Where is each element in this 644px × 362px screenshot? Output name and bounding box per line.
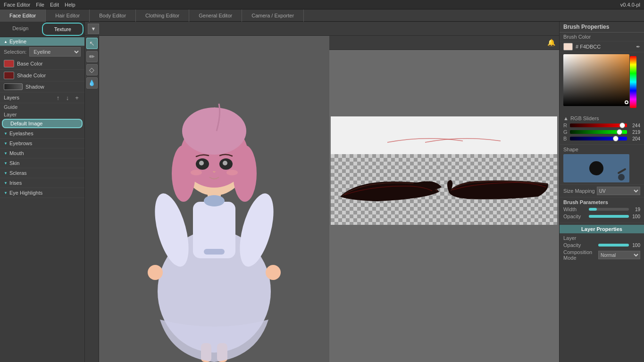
menu-edit-item[interactable]: Edit <box>50 2 59 8</box>
version-label: v0.4.0-pl <box>620 2 640 8</box>
hue-slider[interactable] <box>630 56 636 108</box>
g-value: 219 <box>629 130 640 135</box>
opacity-slider[interactable] <box>589 215 629 218</box>
layer-opacity-slider[interactable] <box>598 244 629 247</box>
layer-props-section: Layer Properties Layer Opacity 100 Compo… <box>560 223 644 264</box>
menu-bar: Face Editor File Edit Help v0.4.0-pl <box>0 0 644 9</box>
viewport-arrow-button[interactable]: ▼ <box>88 24 99 34</box>
b-slider-thumb[interactable] <box>613 136 619 141</box>
b-value: 204 <box>629 136 640 141</box>
menu-file[interactable]: Face Editor <box>4 2 30 8</box>
g-slider-row: G 219 <box>563 129 640 135</box>
g-slider-track[interactable] <box>570 130 627 134</box>
right-eyeline-svg <box>444 154 557 225</box>
svg-point-18 <box>204 195 225 206</box>
layer-add-button[interactable]: + <box>73 94 81 101</box>
selection-row: Selection: Eyeline <box>0 46 84 58</box>
r-slider-row: R 244 <box>563 123 640 128</box>
notify-icon: 🔔 <box>547 39 555 46</box>
r-slider-thumb[interactable] <box>619 123 625 128</box>
category-mouth[interactable]: ▼ Mouth <box>0 148 84 158</box>
width-slider-fill <box>589 208 597 211</box>
shade-color-swatch[interactable] <box>4 72 14 79</box>
opacity-label: Opacity <box>563 214 587 219</box>
tri-icon: ▼ <box>4 181 8 185</box>
viewport-texture[interactable]: 🔔 <box>329 36 560 362</box>
tri-icon: ▼ <box>4 132 8 136</box>
width-value: 19 <box>631 207 640 212</box>
tab-face-editor[interactable]: Face Editor <box>0 9 46 22</box>
composition-mode-row: Composition Mode Normal <box>563 249 640 261</box>
category-scleras[interactable]: ▼ Scleras <box>0 168 84 178</box>
tab-clothing-editor[interactable]: Clothing Editor <box>136 9 189 22</box>
brush-shape-line <box>617 168 626 174</box>
category-eyelashes[interactable]: ▼ Eyelashes <box>0 129 84 139</box>
tab-body-editor[interactable]: Body Editor <box>90 9 136 22</box>
b-slider-track[interactable] <box>570 137 627 140</box>
category-skin[interactable]: ▼ Skin <box>0 158 84 168</box>
category-eye-highlights[interactable]: ▼ Eye Highlights <box>0 188 84 198</box>
menu-file-item[interactable]: File <box>36 2 44 8</box>
eyedropper-icon[interactable]: ✒ <box>636 44 640 50</box>
default-image-layer-item[interactable]: Default Image <box>2 119 83 128</box>
eyeline-texture-hint <box>331 116 557 154</box>
svg-point-15 <box>223 161 227 165</box>
layer-up-button[interactable]: ↑ <box>54 94 62 101</box>
svg-point-5 <box>266 265 281 280</box>
brush-color-row: Brush Color <box>560 33 644 41</box>
center-area: ▼ ↖ ✏ ◇ 💧 <box>85 22 559 362</box>
composition-mode-label: Composition Mode <box>563 249 596 261</box>
brush-tool-button[interactable]: ✏ <box>86 51 98 62</box>
opacity-slider-fill <box>589 215 629 218</box>
brush-color-swatch[interactable] <box>563 43 573 50</box>
layer-item[interactable]: Layer <box>0 111 84 118</box>
tab-hair-editor[interactable]: Hair Editor <box>46 9 90 22</box>
width-row: Width 19 <box>563 206 640 212</box>
section-triangle-icon: ▲ <box>4 40 8 44</box>
size-mapping-dropdown[interactable]: UV <box>597 187 640 195</box>
brush-properties-title: Brush Properties <box>560 22 644 33</box>
viewport-toolbar: ▼ <box>85 22 559 36</box>
size-mapping-section: Size Mapping UV <box>560 185 644 197</box>
menu-help-item[interactable]: Help <box>65 2 75 8</box>
size-mapping-row: Size Mapping UV <box>563 187 640 195</box>
guide-layer-item[interactable]: Guide <box>0 103 84 111</box>
base-color-row: Base Color <box>0 58 84 70</box>
dropper-tool-button[interactable]: 💧 <box>86 77 98 89</box>
tab-camera-exporter[interactable]: Camera / Exporter <box>242 9 304 22</box>
select-tool-button[interactable]: ↖ <box>86 38 98 49</box>
width-slider[interactable] <box>589 208 629 211</box>
size-mapping-label: Size Mapping <box>563 188 595 194</box>
opacity-value: 100 <box>631 214 640 219</box>
eraser-tool-button[interactable]: ◇ <box>86 64 98 75</box>
base-color-swatch[interactable] <box>4 60 14 67</box>
texture-tab[interactable]: Texture <box>42 23 84 36</box>
category-irises[interactable]: ▼ Irises <box>0 178 84 188</box>
color-gradient-area[interactable] <box>560 52 644 114</box>
texture-lower-area <box>331 225 557 296</box>
r-slider-track[interactable] <box>570 123 627 127</box>
brush-params-section: Brush Parameters Width 19 Opacity 100 <box>560 197 644 223</box>
color-cursor[interactable] <box>625 100 628 104</box>
layer-opacity-label: Opacity <box>563 242 596 248</box>
layer-props-title: Layer Properties <box>560 225 644 233</box>
shape-header: Shape <box>563 147 640 152</box>
viewport-3d[interactable] <box>99 36 329 362</box>
shape-preview <box>563 154 629 182</box>
selection-dropdown[interactable]: Eyeline <box>29 47 81 57</box>
design-texture-tabs: Design Texture <box>0 22 84 37</box>
g-slider-thumb[interactable] <box>617 129 622 135</box>
layer-down-button[interactable]: ↓ <box>64 94 71 101</box>
rgb-triangle-icon: ▲ <box>563 115 569 121</box>
brush-icon: ✏ <box>89 53 95 60</box>
r-label: R <box>563 123 568 128</box>
design-tab[interactable]: Design <box>0 22 41 35</box>
color-gradient[interactable] <box>563 54 629 106</box>
svg-point-17 <box>226 170 238 175</box>
right-panel: Brush Properties Brush Color # F4DBCC ✒ … <box>559 22 644 362</box>
category-eyebrows[interactable]: ▼ Eyebrows <box>0 139 84 148</box>
composition-mode-dropdown[interactable]: Normal <box>598 251 640 259</box>
tri-icon: ▼ <box>4 191 8 195</box>
tab-general-editor[interactable]: General Editor <box>189 9 242 22</box>
brush-shape-mini <box>618 174 625 181</box>
